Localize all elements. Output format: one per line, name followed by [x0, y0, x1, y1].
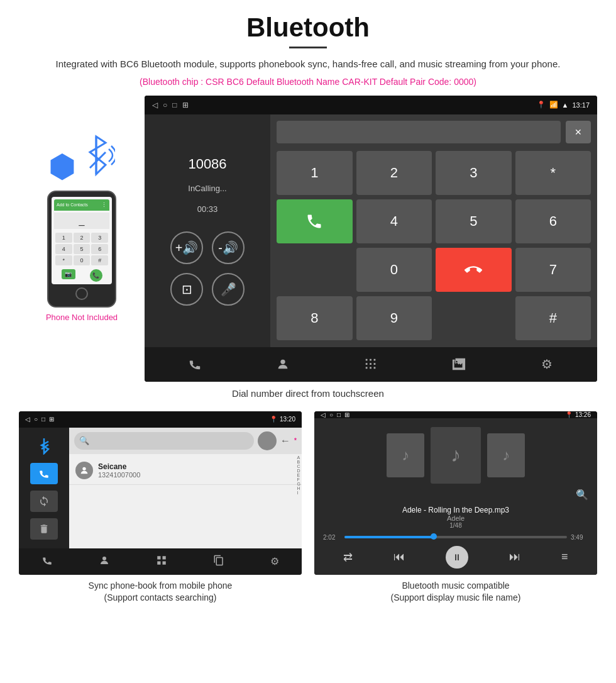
pb-bt-icon[interactable] — [30, 435, 58, 457]
music-current-time: 2:02 — [323, 534, 341, 541]
nav-settings-icon[interactable]: ⚙ — [534, 352, 559, 377]
bluetooth-icon-wrap: ⬢ — [48, 133, 115, 184]
pb-nav-call[interactable] — [41, 555, 53, 569]
volume-down-button[interactable]: -🔊 — [212, 231, 245, 264]
phone-key-6[interactable]: 6 — [91, 244, 108, 254]
next-button[interactable]: ⏭ — [509, 550, 520, 564]
pb-contact-info: Seicane 13241007000 — [98, 462, 140, 479]
transfer-icon: ⊡ — [182, 282, 192, 297]
pb-alphabet-sidebar: A B C D E F G H I — [296, 454, 302, 496]
music-screen-wrap: ◁ ○ □ ⊞ 📍 13:26 — [314, 411, 597, 604]
pb-search-input[interactable]: 🔍 — [74, 432, 254, 450]
pb-nav-person[interactable] — [99, 555, 110, 569]
phone-key-5[interactable]: 5 — [74, 244, 91, 254]
key-9[interactable]: 9 — [356, 296, 432, 340]
music-recents-icon[interactable]: □ — [337, 411, 341, 418]
pb-nav-settings[interactable]: ⚙ — [270, 555, 279, 567]
call-button[interactable] — [277, 199, 353, 243]
screenshot-icon[interactable]: ⊞ — [182, 101, 189, 109]
pb-back-arrow[interactable]: ← — [280, 435, 290, 447]
mic-button[interactable]: 🎤 — [212, 273, 245, 306]
pb-home-icon[interactable]: ○ — [34, 416, 38, 423]
music-screen-icon[interactable]: ⊞ — [344, 411, 349, 418]
phone-key-star[interactable]: * — [55, 255, 72, 265]
key-4[interactable]: 4 — [356, 199, 432, 243]
phone-call-button[interactable]: 📞 — [90, 269, 102, 282]
music-title: Adele - Rolling In the Deep.mp3 — [402, 506, 509, 514]
pb-recents-icon[interactable]: □ — [41, 416, 45, 423]
phone-section: ⬢ Add to Contacts — [19, 96, 145, 322]
key-2[interactable]: 2 — [356, 151, 432, 195]
music-home-icon[interactable]: ○ — [329, 411, 333, 418]
shuffle-button[interactable]: ⇄ — [343, 550, 353, 564]
pb-back-icon[interactable]: ◁ — [25, 416, 30, 423]
pb-contact-avatar — [75, 462, 93, 479]
pb-contact-item[interactable]: Seicane 13241007000 — [69, 457, 302, 485]
pb-phone-icon[interactable] — [30, 463, 58, 484]
key-7[interactable]: 7 — [515, 248, 591, 292]
clock-display: 13:17 — [572, 101, 590, 109]
nav-contacts-icon[interactable] — [270, 352, 295, 377]
dial-backspace-button[interactable]: ✕ — [566, 121, 591, 143]
phone-key-2[interactable]: 2 — [74, 233, 91, 243]
prev-button[interactable]: ⏮ — [393, 550, 405, 564]
nav-call-icon[interactable] — [182, 352, 207, 377]
page-wrapper: Bluetooth Integrated with BC6 Bluetooth … — [0, 0, 616, 623]
music-search-icon[interactable]: 🔍 — [576, 489, 588, 501]
phone-call-row: 📷 📞 — [54, 269, 109, 282]
key-hash[interactable]: # — [515, 296, 591, 340]
album-art-left: ♪ — [387, 433, 424, 477]
home-nav-icon[interactable]: ○ — [163, 101, 167, 109]
phone-key-4[interactable]: 4 — [55, 244, 72, 254]
pb-delete-icon[interactable] — [30, 518, 58, 540]
phone-key-3[interactable]: 3 — [91, 233, 108, 243]
pb-nav-transfer[interactable] — [213, 555, 224, 569]
phone-screen: Add to Contacts ⋮ _ 1 2 3 4 5 6 * 0 # — [52, 197, 112, 284]
key-3[interactable]: 3 — [436, 151, 512, 195]
volume-up-button[interactable]: +🔊 — [170, 231, 203, 264]
pb-contact-name: Seicane — [98, 462, 140, 471]
key-6[interactable]: 6 — [515, 199, 591, 243]
music-search-row: 🔍 — [323, 489, 588, 501]
phone-home-button[interactable] — [75, 287, 88, 300]
music-progress-row: 2:02 3:49 — [323, 534, 588, 541]
phone-key-hash[interactable]: # — [91, 255, 108, 265]
pb-nav-grid[interactable] — [156, 555, 167, 569]
nav-dialpad-icon[interactable] — [358, 352, 383, 377]
end-call-button[interactable] — [436, 248, 512, 292]
pb-screen-icon[interactable]: ⊞ — [49, 416, 54, 423]
key-8[interactable]: 8 — [277, 296, 353, 340]
key-zero[interactable]: 0 — [356, 248, 432, 292]
key-asterisk[interactable]: * — [515, 151, 591, 195]
pause-icon: ⏸ — [453, 552, 461, 562]
key-1[interactable]: 1 — [277, 151, 353, 195]
key-5[interactable]: 5 — [436, 199, 512, 243]
recents-nav-icon[interactable]: □ — [172, 101, 177, 109]
description-text: Integrated with BC6 Bluetooth module, su… — [19, 57, 597, 72]
equalizer-button[interactable]: ≡ — [561, 550, 568, 564]
pb-contacts-wrapper: Seicane 13241007000 A B C — [69, 454, 302, 548]
bluetooth-icon: ⬢ — [48, 150, 75, 184]
music-progress-bar[interactable] — [344, 536, 567, 538]
keypad-grid: 1 2 3 * 4 5 6 0 — [277, 151, 591, 341]
bt-info-line: (Bluetooth chip : CSR BC6 Default Blueto… — [19, 77, 597, 87]
transfer-button[interactable]: ⊡ — [170, 273, 203, 306]
status-right: 📍 📶 ▲ 13:17 — [537, 101, 590, 109]
music-screenshot: ◁ ○ □ ⊞ 📍 13:26 — [314, 411, 597, 575]
phone-key-0[interactable]: 0 — [74, 255, 91, 265]
pause-button[interactable]: ⏸ — [446, 546, 468, 569]
music-time: 13:26 — [575, 411, 591, 418]
nav-transfer-icon[interactable] — [446, 352, 471, 377]
dial-screenshot: ◁ ○ □ ⊞ 📍 📶 ▲ 13:17 10086 InCalling... — [145, 96, 597, 382]
phone-camera-button[interactable]: 📷 — [62, 269, 75, 279]
call-status: InCalling... — [188, 184, 226, 193]
back-nav-icon[interactable]: ◁ — [152, 101, 158, 109]
top-content: ⬢ Add to Contacts — [19, 96, 597, 382]
phone-top-bar: Add to Contacts ⋮ — [54, 199, 109, 211]
dial-input-box[interactable] — [277, 121, 561, 143]
mic-icon: 🎤 — [221, 282, 236, 297]
pb-sync-icon[interactable] — [30, 491, 58, 512]
phone-key-1[interactable]: 1 — [55, 233, 72, 243]
music-artist: Adele — [402, 514, 509, 522]
music-back-icon[interactable]: ◁ — [321, 411, 326, 418]
